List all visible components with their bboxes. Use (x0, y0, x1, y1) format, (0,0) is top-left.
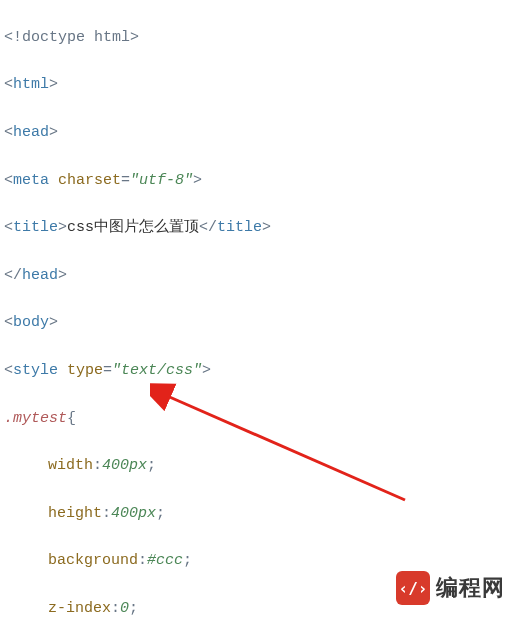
code-line: height:400px; (4, 502, 509, 526)
code-line: width:400px; (4, 454, 509, 478)
watermark-logo: ‹/› 编程网 (396, 571, 505, 605)
watermark-text: 编程网 (436, 573, 505, 603)
code-line: <body> (4, 311, 509, 335)
code-line: background:#ccc; (4, 549, 509, 573)
code-line: <meta charset="utf-8"> (4, 169, 509, 193)
doctype: <!doctype html> (4, 29, 139, 46)
code-line: <!doctype html> (4, 26, 509, 50)
code-line: </head> (4, 264, 509, 288)
code-line: <head> (4, 121, 509, 145)
code-line: <style type="text/css"> (4, 359, 509, 383)
code-line: .mytest{ (4, 407, 509, 431)
watermark-badge-icon: ‹/› (396, 571, 430, 605)
code-line: <title>css中图片怎么置顶</title> (4, 216, 509, 240)
code-line: <html> (4, 73, 509, 97)
code-block: <!doctype html> <html> <head> <meta char… (0, 0, 513, 621)
